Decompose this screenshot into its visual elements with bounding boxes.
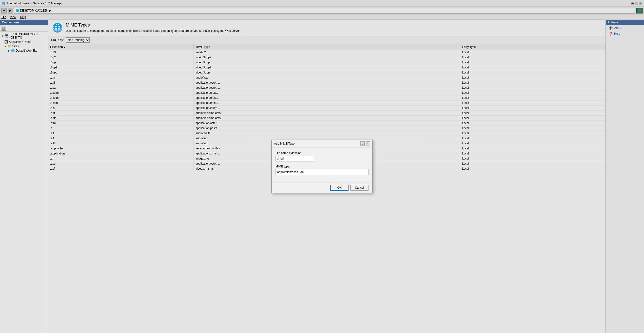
cancel-button[interactable]: Cancel bbox=[350, 185, 368, 191]
file-ext-label: File name extension: bbox=[276, 151, 368, 155]
modal-footer: OK Cancel bbox=[272, 182, 372, 193]
modal-overlay: Add MIME Type ? ✕ File name extension: M… bbox=[0, 0, 644, 333]
ok-button[interactable]: OK bbox=[330, 185, 348, 191]
file-ext-input[interactable] bbox=[276, 156, 314, 161]
mime-type-input[interactable] bbox=[276, 169, 368, 175]
modal-close-button[interactable]: ✕ bbox=[366, 141, 370, 146]
modal-help-button[interactable]: ? bbox=[360, 141, 365, 146]
mime-type-group: MIME type: bbox=[276, 165, 368, 175]
file-ext-group: File name extension: bbox=[276, 151, 368, 161]
modal-body: File name extension: MIME type: bbox=[272, 147, 372, 182]
mime-type-label: MIME type: bbox=[276, 165, 368, 168]
modal-titlebar: Add MIME Type ? ✕ bbox=[272, 140, 372, 147]
modal-controls: ? ✕ bbox=[360, 141, 370, 146]
modal-title: Add MIME Type bbox=[274, 142, 294, 145]
add-mime-dialog: Add MIME Type ? ✕ File name extension: M… bbox=[272, 140, 372, 193]
